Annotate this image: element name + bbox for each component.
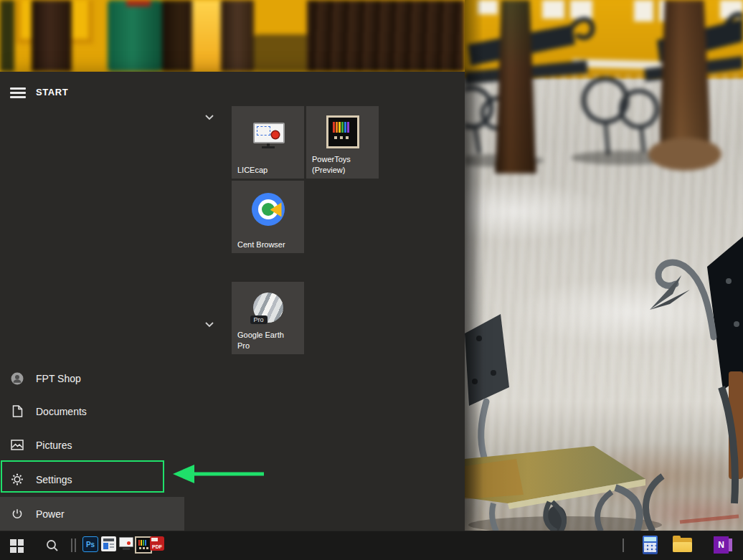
wallpaper-blur-layer <box>0 0 465 72</box>
taskbar-divider <box>71 538 77 552</box>
document-icon <box>11 405 24 418</box>
tray-file-explorer-icon[interactable] <box>673 538 692 552</box>
tray-divider <box>623 538 624 552</box>
start-menu-shadow <box>465 0 483 531</box>
wallpaper-dark-corner <box>0 0 14 72</box>
hamburger-menu-icon[interactable] <box>10 87 26 98</box>
tile-label: PowerToys (Preview) <box>312 154 376 175</box>
sidebar-item-documents[interactable]: Documents <box>0 394 184 428</box>
licecap-icon <box>253 123 283 147</box>
tree-trunk <box>221 0 254 72</box>
pictures-icon <box>11 439 24 452</box>
tray-calculator-icon[interactable] <box>643 536 658 554</box>
wallpaper-scene <box>465 0 743 531</box>
start-button[interactable] <box>10 539 24 553</box>
google-earth-icon: Pro <box>253 293 283 323</box>
green-kiosk <box>108 0 162 72</box>
taskbar-licecap-icon[interactable] <box>119 537 133 551</box>
bench-silhouette <box>252 34 311 72</box>
tree-trunk <box>32 0 72 72</box>
light-glow <box>192 0 222 72</box>
annotation-arrow <box>169 462 269 488</box>
sidebar-item-label: Pictures <box>36 440 72 451</box>
tile-powertoys[interactable]: PowerToys (Preview) <box>306 106 379 179</box>
tile-label: Cent Browser <box>237 239 301 250</box>
chevron-down-icon[interactable] <box>205 110 214 123</box>
sidebar-item-label: FPT Shop <box>36 373 81 384</box>
sidebar-item-pictures[interactable]: Pictures <box>0 428 184 462</box>
start-menu-title: START <box>36 87 68 98</box>
powertoys-icon <box>326 115 359 148</box>
chevron-down-icon[interactable] <box>205 318 214 331</box>
tile-licecap[interactable]: LICEcap <box>232 106 304 179</box>
taskbar-pdf-icon[interactable]: PDF <box>150 536 164 551</box>
tile-google-earth-pro[interactable]: Pro Google Earth Pro <box>232 282 304 354</box>
taskbar-mail-icon[interactable] <box>101 536 116 551</box>
user-avatar-icon <box>11 372 24 385</box>
wallpaper-top-band <box>0 0 465 72</box>
sidebar-item-user[interactable]: FPT Shop <box>0 361 184 395</box>
cent-browser-icon <box>252 193 285 226</box>
sidebar-item-label: Power <box>36 508 65 520</box>
tile-label: LICEcap <box>237 165 301 175</box>
tray-onenote-icon[interactable]: N <box>714 536 732 554</box>
pro-badge: Pro <box>250 315 268 324</box>
foreground-benches <box>465 0 743 531</box>
settings-highlight-box <box>1 460 164 493</box>
tile-cent-browser[interactable]: Cent Browser <box>232 181 304 253</box>
taskbar-photoshop-icon[interactable]: Ps <box>82 536 98 552</box>
kiosk-red-mark <box>126 0 151 6</box>
tile-label: Google Earth Pro <box>237 330 301 351</box>
search-icon[interactable] <box>46 539 59 555</box>
sidebar-item-label: Documents <box>36 406 87 417</box>
power-icon <box>11 508 24 521</box>
desktop-screen: START LICEcap PowerToys (Preview) <box>0 0 743 560</box>
large-tree-trunk <box>307 0 465 72</box>
sidebar-item-power[interactable]: Power <box>0 497 184 531</box>
